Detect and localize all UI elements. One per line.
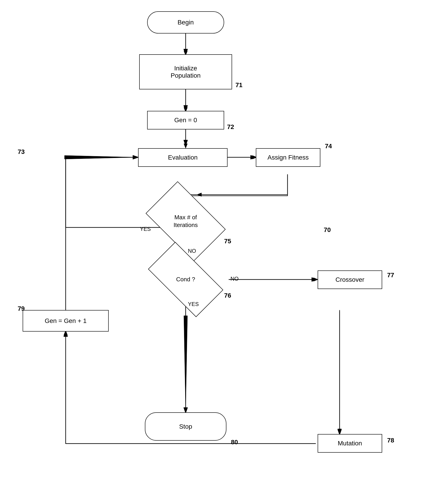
label-71: 71 xyxy=(235,81,243,89)
cond-diamond: Cond ? xyxy=(152,260,220,299)
yes-max-label: YES xyxy=(140,226,151,232)
flowchart: Begin InitializePopulation 71 Gen = 0 72… xyxy=(0,0,434,504)
begin-node: Begin xyxy=(147,11,224,34)
label-73: 73 xyxy=(18,148,25,155)
gen-zero-node: Gen = 0 xyxy=(147,111,224,129)
label-76: 76 xyxy=(224,292,231,299)
stop-label: Stop xyxy=(179,423,192,430)
init-population-label: InitializePopulation xyxy=(171,65,201,79)
assign-fitness-node: Assign Fitness xyxy=(256,148,320,167)
label-77: 77 xyxy=(387,271,394,279)
gen-plus1-label: Gen = Gen + 1 xyxy=(45,317,86,324)
svg-marker-20 xyxy=(314,278,318,281)
svg-marker-10 xyxy=(197,193,201,197)
label-75: 75 xyxy=(224,238,231,245)
evaluation-label: Evaluation xyxy=(168,154,198,161)
no-max-label: NO xyxy=(188,248,196,254)
no-cond-label: NO xyxy=(230,276,239,282)
max-iterations-label: Max # ofIterations xyxy=(174,214,198,229)
crossover-node: Crossover xyxy=(318,270,382,289)
svg-marker-17 xyxy=(184,316,188,411)
svg-marker-22 xyxy=(338,429,341,433)
gen-plus1-node: Gen = Gen + 1 xyxy=(23,310,109,332)
label-78: 78 xyxy=(387,437,394,444)
stop-node: Stop xyxy=(145,412,226,441)
gen-zero-label: Gen = 0 xyxy=(174,117,197,124)
evaluation-node: Evaluation xyxy=(138,148,227,167)
cond-label: Cond ? xyxy=(176,276,195,283)
begin-label: Begin xyxy=(178,19,194,26)
svg-marker-5 xyxy=(184,144,188,148)
assign-fitness-label: Assign Fitness xyxy=(267,154,308,161)
label-74: 74 xyxy=(325,143,332,150)
max-iterations-diamond: Max # ofIterations xyxy=(152,199,220,244)
init-population-node: InitializePopulation xyxy=(139,54,232,90)
label-80: 80 xyxy=(231,439,238,446)
crossover-label: Crossover xyxy=(335,276,364,283)
label-72: 72 xyxy=(227,123,234,131)
yes-cond-label: YES xyxy=(188,301,199,307)
label-70: 70 xyxy=(324,226,331,234)
mutation-label: Mutation xyxy=(338,440,362,447)
svg-marker-27 xyxy=(64,155,137,159)
mutation-node: Mutation xyxy=(318,434,382,453)
label-79: 79 xyxy=(18,305,25,312)
